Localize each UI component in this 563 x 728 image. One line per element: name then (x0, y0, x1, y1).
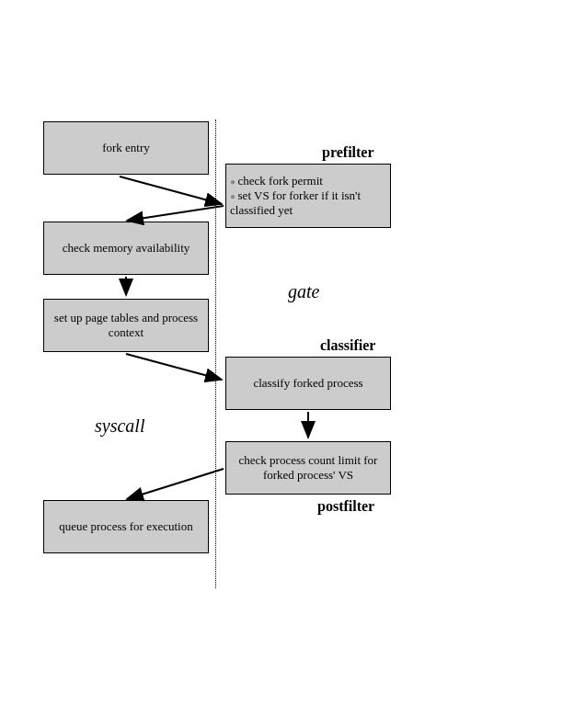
box-queue-process: queue process for execution (43, 500, 209, 553)
box-classifier: classify forked process (225, 357, 391, 410)
gate-label: gate (288, 281, 319, 302)
svg-line-1 (120, 176, 222, 204)
syscall-label: syscall (95, 415, 144, 437)
prefilter-label: prefilter (322, 144, 374, 161)
classifier-label: classifier (320, 337, 375, 354)
divider (215, 119, 216, 588)
svg-line-4 (126, 354, 222, 380)
box-fork-entry: fork entry (43, 121, 209, 175)
svg-line-6 (127, 469, 224, 499)
box-check-memory: check memory availability (43, 222, 209, 275)
prefilter-list: check fork permit set VS for forker if i… (230, 174, 386, 218)
prefilter-item1: check fork permit (230, 174, 386, 188)
box-fork-entry-text: fork entry (102, 141, 150, 155)
box-prefilter: check fork permit set VS for forker if i… (225, 164, 391, 228)
box-page-tables-text: set up page tables and process context (48, 311, 204, 340)
postfilter-label: postfilter (317, 498, 374, 515)
svg-line-2 (127, 206, 224, 221)
box-postfilter-text: check process count limit for forked pro… (230, 453, 386, 483)
box-classifier-text: classify forked process (253, 376, 362, 391)
prefilter-item2: set VS for forker if it isn't classified… (230, 188, 386, 218)
box-page-tables: set up page tables and process context (43, 299, 209, 352)
box-postfilter: check process count limit for forked pro… (225, 441, 391, 495)
box-queue-process-text: queue process for execution (59, 519, 192, 534)
box-check-memory-text: check memory availability (63, 241, 190, 256)
